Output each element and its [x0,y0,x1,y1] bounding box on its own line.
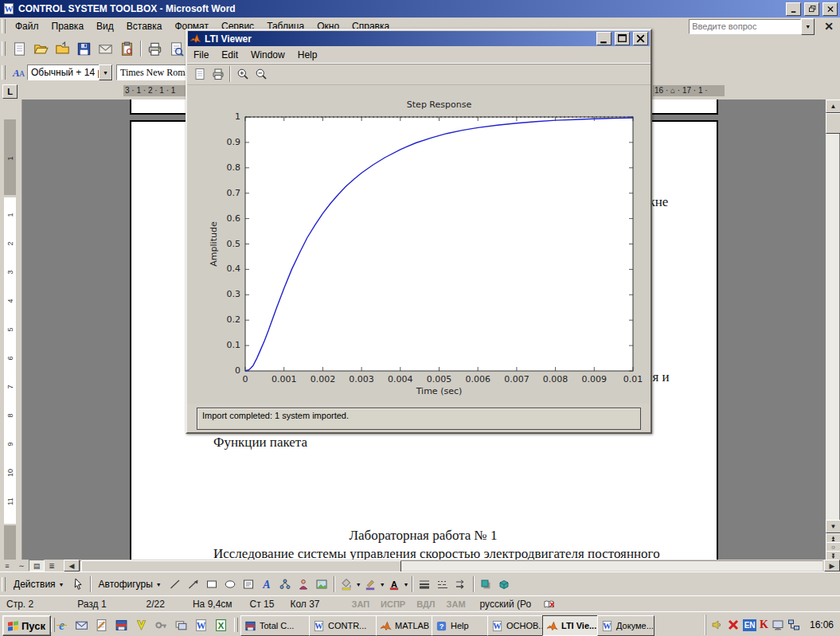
open-folder-icon[interactable] [30,38,52,59]
line-color-dropdown-icon[interactable]: ▼ [380,582,385,587]
outlook-icon[interactable] [72,617,90,633]
print-layout-view-icon[interactable]: ▤ [29,560,45,572]
toolbar-drag-handle[interactable] [2,65,6,80]
taskbar-button-5[interactable]: LTI Vie... [542,615,600,636]
excel-icon[interactable]: X [212,617,229,633]
folder-icon[interactable] [52,38,73,59]
lti-menu-help[interactable]: Help [291,48,324,62]
scheduler-icon[interactable] [772,618,784,631]
close-icon[interactable] [822,2,838,16]
cards-icon[interactable] [172,617,189,633]
font-color-dropdown-icon[interactable]: ▼ [404,582,409,587]
fill-color-dropdown-icon[interactable]: ▼ [356,582,361,587]
taskbar-button-4[interactable]: WОСНОВ... [487,615,545,636]
wordart-icon[interactable]: A [258,576,276,593]
scroll-left-icon[interactable]: ◀ [64,560,80,572]
rectangle-icon[interactable] [203,576,221,593]
taskbar-button-3[interactable]: ?Help [432,615,489,636]
hscroll-thumb[interactable] [81,560,401,572]
lti-menu-window[interactable]: Window [244,48,291,62]
line-style-icon[interactable] [416,576,434,593]
taskbar-button-6[interactable]: WДокуме... [597,615,654,636]
lti-menu-edit[interactable]: Edit [215,48,244,62]
word-menu-item-2[interactable]: Вид [90,18,120,34]
mail-icon[interactable] [95,38,116,59]
print-icon[interactable] [144,38,166,59]
taskbar-button-1[interactable]: WCONTR... [309,615,377,636]
next-page-icon[interactable]: ▼▼ [826,551,840,560]
toolbar-drag-handle[interactable] [2,577,6,591]
word-menu-item-3[interactable]: Вставка [120,18,169,34]
line-icon[interactable] [166,576,185,593]
select-cursor-icon[interactable] [69,576,88,593]
scroll-up-icon[interactable]: ▲ [826,99,840,113]
start-button[interactable]: Пуск [2,615,51,636]
notes-icon[interactable] [92,617,110,633]
tab-selector-button[interactable]: L [2,84,18,99]
vertical-scrollbar[interactable]: ▲ ▼ ▲▲ ○ ▼▼ [826,99,839,560]
paste-special-icon[interactable] [116,38,138,59]
style-dropdown-icon[interactable]: ▼ [99,64,112,80]
line-color-icon[interactable] [361,576,380,593]
no-sign-icon[interactable] [727,618,740,631]
total-commander-icon[interactable] [112,617,130,633]
oval-icon[interactable] [221,576,240,593]
fill-color-icon[interactable] [338,576,356,593]
print-preview-icon[interactable] [166,38,187,59]
spelling-status-icon[interactable] [542,599,556,611]
save-icon[interactable] [73,38,95,59]
scrollbar-thumb[interactable] [826,113,840,134]
download-icon[interactable] [132,617,150,633]
network-icon[interactable] [787,618,800,631]
toolbar-drag-handle[interactable] [234,618,238,632]
picture-icon[interactable] [313,576,331,593]
ruler-right-segment[interactable]: 16 · ⌂ · 17 · 1 · [653,85,725,96]
lti-print-icon[interactable] [209,65,227,83]
minimize-icon[interactable] [786,2,801,16]
scroll-down-icon[interactable]: ▼ [826,520,840,533]
word-icon[interactable]: W [192,617,209,633]
question-input[interactable] [689,19,801,34]
vertical-ruler[interactable]: 1 1234567891011 [0,99,22,560]
outline-view-icon[interactable]: ≣ [45,560,59,571]
lti-zoom-out-icon[interactable] [252,65,270,83]
speaker-icon[interactable] [711,618,724,631]
menubar-close-icon[interactable]: ✕ [818,20,840,33]
style-combo[interactable]: Обычный + 14 p ▼ [27,64,113,80]
styles-and-formatting-icon[interactable]: AA [9,64,27,81]
language-indicator[interactable]: EN [743,619,756,631]
word-menu-item-1[interactable]: Правка [45,18,91,34]
shadow-icon[interactable] [477,576,495,593]
text-box-icon[interactable] [240,576,258,593]
restore-icon[interactable] [804,2,819,16]
hscroll-track[interactable] [80,560,822,571]
toolbar-drag-handle[interactable] [2,41,6,56]
key-icon[interactable] [152,617,170,633]
maximize-icon[interactable] [615,32,630,45]
internet-explorer-icon[interactable]: e [53,617,70,633]
diagram-icon[interactable] [276,576,295,593]
lti-menu-file[interactable]: File [187,48,215,62]
question-dropdown-icon[interactable]: ▼ [801,18,815,35]
web-layout-view-icon[interactable]: ∼ [14,560,29,571]
close-icon[interactable] [633,32,648,45]
lti-new-document-icon[interactable] [190,65,209,83]
new-document-icon[interactable] [9,38,30,59]
normal-view-icon[interactable]: ≡ [0,560,14,571]
arrow-icon[interactable] [185,576,203,593]
word-menu-item-0[interactable]: Файл [9,18,45,34]
dash-style-icon[interactable] [434,576,452,593]
taskbar-button-0[interactable]: Total C... [240,615,311,636]
minimize-icon[interactable] [596,32,611,45]
taskbar-button-2[interactable]: MATLAB [376,615,433,636]
font-color-icon[interactable]: A [385,576,404,593]
arrow-style-icon[interactable] [452,576,471,593]
3d-cube-icon[interactable] [495,576,514,593]
autoshapes-button[interactable]: Автофигуры▼ [94,576,166,592]
toolbar-drag-handle[interactable] [2,19,6,33]
kaspersky-icon[interactable]: K [760,618,768,631]
draw-actions-button[interactable]: Действия▼ [9,576,69,592]
lti-zoom-in-icon[interactable] [233,65,252,83]
ruler-left-segment[interactable]: 3 · 1 · 2 · 1 · 1 [123,85,187,96]
clip-art-icon[interactable] [295,576,313,593]
